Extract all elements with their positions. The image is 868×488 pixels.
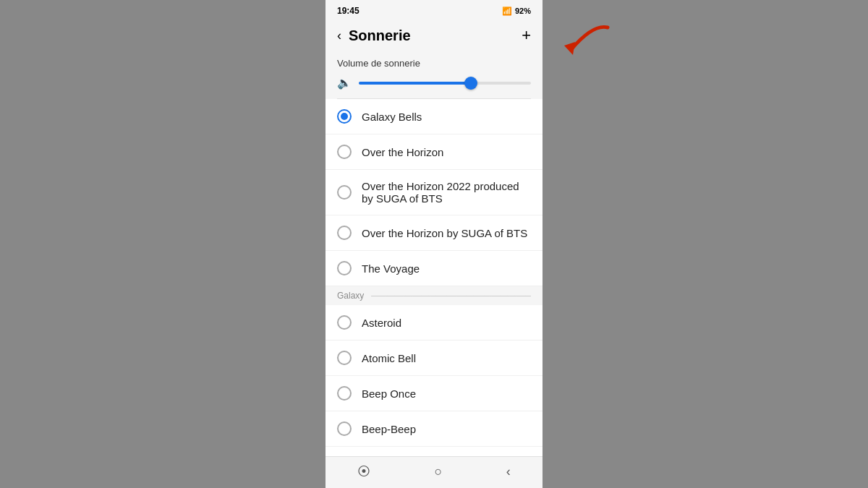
radio-the-voyage[interactable] <box>337 261 352 275</box>
nav-recents-icon[interactable]: ⦿ <box>357 464 370 479</box>
nav-home-icon[interactable]: ○ <box>435 464 443 479</box>
volume-label: Volume de sonnerie <box>337 58 531 69</box>
ringtone-name: Beep-Beep <box>362 423 416 435</box>
ringtone-list: Galaxy Bells Over the Horizon Over the H… <box>326 99 542 456</box>
nav-back-icon[interactable]: ‹ <box>506 464 511 479</box>
volume-section: Volume de sonnerie 🔈 <box>326 52 542 98</box>
back-button[interactable]: ‹ <box>337 28 341 43</box>
svg-marker-0 <box>564 42 575 55</box>
add-button[interactable]: + <box>522 26 531 45</box>
ringtone-item-galaxy-bells[interactable]: Galaxy Bells <box>326 99 542 134</box>
ringtone-item-chime-time[interactable]: Chime Time <box>326 447 542 456</box>
ringtone-name: Over the Horizon 2022 produced by SUGA o… <box>362 180 531 205</box>
bottom-nav: ⦿ ○ ‹ <box>326 456 542 488</box>
section-line <box>371 296 531 296</box>
galaxy-section-divider: Galaxy <box>326 286 542 305</box>
radio-inner <box>341 113 348 120</box>
ringtone-item-over-horizon-2022[interactable]: Over the Horizon 2022 produced by SUGA o… <box>326 170 542 215</box>
slider-thumb[interactable] <box>464 77 477 90</box>
ringtone-item-asteroid[interactable]: Asteroid <box>326 305 542 341</box>
radio-beep-beep[interactable] <box>337 421 352 436</box>
red-arrow <box>550 20 622 71</box>
ringtone-item-over-horizon-suga[interactable]: Over the Horizon by SUGA of BTS <box>326 215 542 251</box>
time: 19:45 <box>337 6 359 16</box>
ringtone-item-over-horizon[interactable]: Over the Horizon <box>326 134 542 170</box>
radio-atomic-bell[interactable] <box>337 351 352 365</box>
ringtone-item-atomic-bell[interactable]: Atomic Bell <box>326 341 542 376</box>
ringtone-name: The Voyage <box>362 262 420 275</box>
ringtone-name: Over the Horizon by SUGA of BTS <box>362 227 527 239</box>
ringtone-name: Asteroid <box>362 317 401 329</box>
volume-icon: 🔈 <box>337 76 352 90</box>
radio-over-horizon-2022[interactable] <box>337 185 352 200</box>
page-title: Sonnerie <box>349 27 411 44</box>
radio-galaxy-bells[interactable] <box>337 109 352 124</box>
ringtone-item-beep-once[interactable]: Beep Once <box>326 376 542 411</box>
section-label: Galaxy <box>337 291 364 301</box>
radio-over-horizon-suga[interactable] <box>337 226 352 240</box>
ringtone-name: Galaxy Bells <box>362 111 422 123</box>
header: ‹ Sonnerie + <box>326 19 542 52</box>
radio-beep-once[interactable] <box>337 386 352 401</box>
ringtone-item-beep-beep[interactable]: Beep-Beep <box>326 411 542 447</box>
radio-asteroid[interactable] <box>337 315 352 330</box>
status-bar: 19:45 📶 92% <box>326 0 542 19</box>
ringtone-name: Over the Horizon <box>362 146 443 158</box>
ringtone-name: Atomic Bell <box>362 352 416 364</box>
ringtone-item-the-voyage[interactable]: The Voyage <box>326 251 542 286</box>
battery-icon: 92% <box>515 7 531 15</box>
wifi-icon: 📶 <box>502 7 512 16</box>
slider-fill <box>359 82 471 85</box>
volume-slider[interactable] <box>359 82 531 85</box>
ringtone-name: Beep Once <box>362 388 416 400</box>
radio-over-horizon[interactable] <box>337 145 352 159</box>
